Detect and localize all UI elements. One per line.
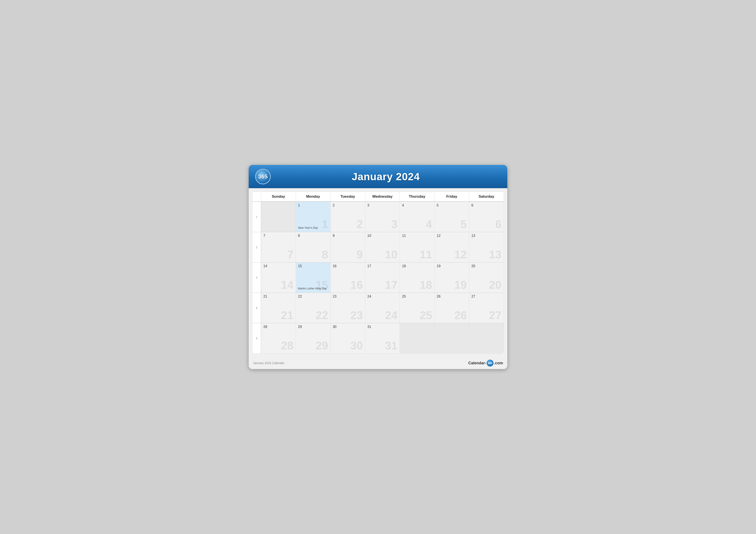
day-number: 16 <box>333 264 363 268</box>
day-number: 8 <box>298 234 328 238</box>
day-number: 19 <box>437 264 467 268</box>
calendar-page: 365 January 2024 Sunday Monday Tuesday W… <box>249 165 507 369</box>
logo-badge: 365 <box>255 169 271 184</box>
day-header-saturday: Saturday <box>469 192 504 201</box>
day-cell[interactable]: 88 <box>296 232 330 262</box>
week-number: 5 <box>252 323 261 353</box>
day-watermark: 16 <box>350 279 363 291</box>
day-number: 7 <box>263 234 293 238</box>
day-cell[interactable]: 1717 <box>365 263 400 292</box>
footer-brand: Calendar- 365 .com <box>468 360 503 367</box>
footer-brand-suffix: .com <box>494 361 503 366</box>
day-cell[interactable]: 2828 <box>261 323 296 353</box>
day-cell[interactable]: 1515Martin Luther King Day <box>296 263 330 292</box>
day-watermark: 6 <box>495 218 501 230</box>
day-watermark: 10 <box>385 249 398 260</box>
day-number: 4 <box>402 203 432 207</box>
week-number: 1 <box>252 202 261 232</box>
day-number: 14 <box>263 264 293 268</box>
day-cell[interactable] <box>261 202 296 232</box>
calendar-header: 365 January 2024 <box>249 165 507 188</box>
calendar-week-row: 314141515Martin Luther King Day161617171… <box>252 263 504 293</box>
day-cell[interactable]: 3030 <box>330 323 365 353</box>
day-cell[interactable]: 2727 <box>469 293 504 323</box>
day-number: 17 <box>367 264 398 268</box>
day-watermark: 19 <box>454 279 467 291</box>
day-cell[interactable]: 2929 <box>296 323 330 353</box>
day-watermark: 2 <box>357 218 363 230</box>
day-number: 29 <box>298 325 328 329</box>
day-cell[interactable]: 1010 <box>365 232 400 262</box>
day-cell[interactable] <box>469 323 504 353</box>
day-cell[interactable]: 3131 <box>365 323 400 353</box>
day-watermark: 8 <box>322 249 328 260</box>
day-cell[interactable]: 2222 <box>296 293 330 323</box>
day-watermark: 1 <box>322 218 328 230</box>
day-watermark: 28 <box>281 340 293 351</box>
week-num-header <box>252 192 261 201</box>
day-cell[interactable]: 33 <box>365 202 400 232</box>
day-number: 28 <box>263 325 293 329</box>
calendar-week-row: 27788991010111112121313 <box>252 232 504 263</box>
day-watermark: 23 <box>350 310 363 321</box>
week-number: 3 <box>252 263 261 292</box>
day-number: 6 <box>471 203 501 207</box>
day-number: 2 <box>333 203 363 207</box>
day-cell[interactable]: 1616 <box>330 263 365 292</box>
day-cell[interactable]: 1111 <box>399 232 434 262</box>
day-number: 31 <box>367 325 398 329</box>
day-header-sunday: Sunday <box>261 192 296 201</box>
day-cell[interactable]: 2626 <box>434 293 469 323</box>
day-number: 15 <box>298 264 328 268</box>
day-cell[interactable]: 2424 <box>365 293 400 323</box>
day-cell[interactable]: 55 <box>434 202 469 232</box>
day-number: 25 <box>402 294 432 298</box>
day-cell[interactable]: 2020 <box>469 263 504 292</box>
day-cell[interactable]: 66 <box>469 202 504 232</box>
day-cell[interactable]: 1818 <box>399 263 434 292</box>
day-watermark: 22 <box>316 310 328 321</box>
day-watermark: 20 <box>489 279 501 291</box>
day-number: 20 <box>471 264 501 268</box>
day-cell[interactable]: 1212 <box>434 232 469 262</box>
footer-brand-badge: 365 <box>487 360 494 367</box>
day-number: 13 <box>471 234 501 238</box>
day-cell[interactable]: 2121 <box>261 293 296 323</box>
day-number: 5 <box>437 203 467 207</box>
day-watermark: 3 <box>392 218 398 230</box>
day-number: 18 <box>402 264 432 268</box>
day-cell[interactable]: 2525 <box>399 293 434 323</box>
day-cell[interactable] <box>399 323 434 353</box>
day-cell[interactable] <box>434 323 469 353</box>
holiday-label: Martin Luther King Day <box>298 287 327 290</box>
day-number: 9 <box>333 234 363 238</box>
calendar-week-row: 52828292930303131 <box>252 323 504 353</box>
day-cell[interactable]: 22 <box>330 202 365 232</box>
day-cell[interactable]: 44 <box>399 202 434 232</box>
day-number: 24 <box>367 294 398 298</box>
day-cell[interactable]: 77 <box>261 232 296 262</box>
day-watermark: 9 <box>357 249 363 260</box>
day-watermark: 21 <box>281 310 293 321</box>
day-number: 3 <box>367 203 398 207</box>
day-cell[interactable]: 1313 <box>469 232 504 262</box>
day-watermark: 31 <box>385 340 398 351</box>
day-cell[interactable]: 99 <box>330 232 365 262</box>
day-number: 21 <box>263 294 293 298</box>
calendar-week-row: 111New Year's Day2233445566 <box>252 202 504 232</box>
day-watermark: 26 <box>454 310 467 321</box>
day-number: 30 <box>333 325 363 329</box>
holiday-label: New Year's Day <box>298 226 318 229</box>
day-cell[interactable]: 11New Year's Day <box>296 202 330 232</box>
day-header-friday: Friday <box>434 192 469 201</box>
day-cell[interactable]: 2323 <box>330 293 365 323</box>
day-cell[interactable]: 1919 <box>434 263 469 292</box>
day-watermark: 18 <box>419 279 432 291</box>
calendar-week-row: 42121222223232424252526262727 <box>252 293 504 323</box>
day-header-monday: Monday <box>296 192 330 201</box>
day-watermark: 7 <box>287 249 293 260</box>
day-number: 23 <box>333 294 363 298</box>
day-cell[interactable]: 1414 <box>261 263 296 292</box>
day-number: 10 <box>367 234 398 238</box>
calendar-title: January 2024 <box>271 171 501 183</box>
